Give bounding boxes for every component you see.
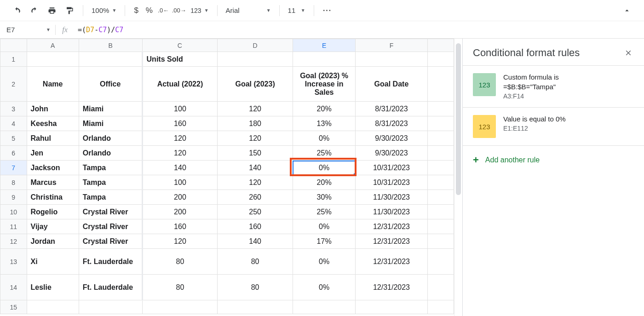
cell[interactable]	[79, 52, 142, 67]
cell[interactable]	[427, 67, 454, 102]
cell[interactable]	[142, 300, 218, 314]
column-header-blank[interactable]	[427, 39, 454, 52]
font-size-dropdown[interactable]: 11▼	[285, 6, 308, 14]
cell[interactable]	[427, 190, 454, 205]
cell-date[interactable]: 11/30/2023	[356, 190, 427, 205]
cell-office[interactable]: Tampa	[79, 190, 142, 205]
row-header-5[interactable]: 5	[0, 131, 27, 146]
cell[interactable]	[293, 300, 355, 314]
cell[interactable]	[427, 219, 454, 234]
cell-goal[interactable]: 120	[218, 131, 293, 146]
name-box[interactable]: E7 ▼	[0, 26, 55, 34]
cell-name[interactable]: Christina	[27, 190, 79, 205]
cell-goal[interactable]: 80	[218, 275, 293, 300]
cell-date[interactable]: 8/31/2023	[356, 116, 427, 131]
cell-header-name[interactable]: Name	[27, 67, 79, 102]
cell-header-actual[interactable]: Actual (2022)	[142, 67, 218, 102]
cell-date[interactable]: 11/30/2023	[356, 205, 427, 219]
cell-pct[interactable]: 13%	[293, 116, 355, 131]
cell-pct[interactable]: 0%	[293, 249, 355, 275]
cell-pct[interactable]: 25%	[293, 146, 355, 161]
cell[interactable]	[27, 52, 79, 67]
cell[interactable]	[427, 161, 454, 175]
cell-date[interactable]: 9/30/2023	[356, 131, 427, 146]
cell[interactable]	[427, 300, 454, 314]
undo-button[interactable]	[9, 3, 25, 18]
row-header-8[interactable]: 8	[0, 175, 27, 190]
cell-goal[interactable]: 160	[218, 219, 293, 234]
column-header-E[interactable]: E	[293, 39, 355, 52]
more-button[interactable]: ···	[320, 3, 335, 18]
format-rule-2[interactable]: 123 Value is equal to 0% E1:E112	[463, 108, 644, 145]
cell-header-goal[interactable]: Goal (2023)	[218, 67, 293, 102]
cell[interactable]	[427, 249, 454, 275]
cell-actual[interactable]: 100	[142, 102, 218, 116]
cell-actual[interactable]: 80	[142, 275, 218, 300]
cell[interactable]	[293, 52, 355, 67]
column-header-D[interactable]: D	[218, 39, 293, 52]
cell-office[interactable]: Crystal River	[79, 219, 142, 234]
zoom-dropdown[interactable]: 100%▼	[89, 6, 119, 14]
cell[interactable]	[427, 116, 454, 131]
cell[interactable]	[218, 52, 293, 67]
cell-office[interactable]: Ft. Lauderdale	[79, 275, 142, 300]
cell-actual[interactable]: 140	[142, 161, 218, 175]
paint-format-button[interactable]	[62, 3, 77, 18]
cell-name[interactable]: Rogelio	[27, 205, 79, 219]
cell-header-office[interactable]: Office	[79, 67, 142, 102]
spreadsheet[interactable]: A B C D E F 1 Units Sold	[0, 39, 454, 316]
cell-pct[interactable]: 0%	[293, 131, 355, 146]
cell[interactable]	[79, 300, 142, 314]
cell-date[interactable]: 8/31/2023	[356, 102, 427, 116]
cell-date[interactable]: 12/31/2023	[356, 234, 427, 249]
cell-goal[interactable]: 250	[218, 205, 293, 219]
decrease-decimal-button[interactable]: .0←	[156, 3, 170, 18]
cell-name[interactable]: Xi	[27, 249, 79, 275]
cell-pct[interactable]: 30%	[293, 190, 355, 205]
cell-actual[interactable]: 80	[142, 249, 218, 275]
cell-actual[interactable]: 120	[142, 234, 218, 249]
percent-button[interactable]: %	[144, 3, 155, 18]
cell-pct[interactable]: 20%	[293, 175, 355, 190]
cell-goal[interactable]: 120	[218, 175, 293, 190]
cell-goal[interactable]: 150	[218, 146, 293, 161]
cell[interactable]	[27, 300, 79, 314]
cell-pct[interactable]: 25%	[293, 205, 355, 219]
cell[interactable]	[427, 131, 454, 146]
vertical-scrollbar[interactable]	[454, 39, 462, 316]
cell[interactable]	[427, 275, 454, 300]
cell-header-date[interactable]: Goal Date	[356, 67, 427, 102]
cell-date[interactable]: 12/31/2023	[356, 275, 427, 300]
cell-pct[interactable]: 0%	[293, 275, 355, 300]
cell-date[interactable]: 12/31/2023	[356, 249, 427, 275]
font-dropdown[interactable]: Arial▼	[223, 6, 274, 14]
cell[interactable]	[427, 175, 454, 190]
row-header-1[interactable]: 1	[0, 52, 27, 67]
cell-name[interactable]: Jordan	[27, 234, 79, 249]
cell-header-pct[interactable]: Goal (2023) % Increase in Sales	[293, 67, 355, 102]
column-header-B[interactable]: B	[79, 39, 142, 52]
cell-name[interactable]: Leslie	[27, 275, 79, 300]
cell-name[interactable]: Keesha	[27, 116, 79, 131]
cell-date[interactable]: 12/31/2023	[356, 219, 427, 234]
cell-pct[interactable]: 20%	[293, 102, 355, 116]
row-header-4[interactable]: 4	[0, 116, 27, 131]
cell-date[interactable]: 9/30/2023	[356, 146, 427, 161]
row-header-10[interactable]: 10	[0, 205, 27, 219]
number-format-dropdown[interactable]: 123▼	[188, 7, 211, 14]
format-rule-1[interactable]: 123 Custom formula is =$B:$B="Tampa" A3:…	[463, 66, 644, 107]
cell-actual[interactable]: 100	[142, 175, 218, 190]
cell-goal[interactable]: 260	[218, 190, 293, 205]
cell-name[interactable]: Jen	[27, 146, 79, 161]
cell-office[interactable]: Crystal River	[79, 234, 142, 249]
column-header-C[interactable]: C	[142, 39, 218, 52]
column-header-F[interactable]: F	[356, 39, 427, 52]
cell-goal[interactable]: 120	[218, 102, 293, 116]
close-panel-button[interactable]	[623, 47, 634, 58]
cell-office[interactable]: Tampa	[79, 161, 142, 175]
cell-name[interactable]: Marcus	[27, 175, 79, 190]
redo-button[interactable]	[27, 3, 42, 18]
cell[interactable]	[427, 52, 454, 67]
cell-actual[interactable]: 120	[142, 146, 218, 161]
cell-office[interactable]: Ft. Lauderdale	[79, 249, 142, 275]
